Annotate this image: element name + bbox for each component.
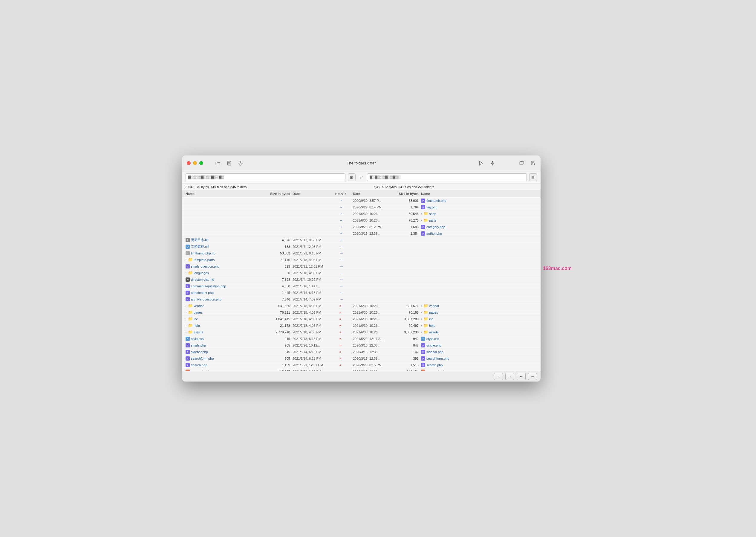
close-button[interactable] bbox=[187, 161, 191, 165]
left-file-size: 1,159 bbox=[263, 363, 290, 367]
table-row[interactable]: ›📁template-parts 71,145 2021/7/18, 4:05 … bbox=[182, 257, 541, 263]
approx-equal-button[interactable]: ≈ bbox=[494, 373, 503, 380]
left-path-input[interactable] bbox=[186, 173, 345, 181]
table-row[interactable]: ·→· 2020/3/15, 12:38... 1,354 pauthor.ph… bbox=[182, 230, 541, 237]
maximize-button[interactable] bbox=[199, 161, 203, 165]
table-row[interactable]: ›📁help 21,178 2021/7/18, 4:05 PM ≠· 2021… bbox=[182, 322, 541, 329]
left-file-date: 2021/5/21, 8:13 PM bbox=[290, 251, 329, 255]
right-arrow-button[interactable]: → bbox=[528, 373, 537, 380]
diff-indicator: ·→· bbox=[329, 225, 353, 229]
table-row[interactable]: psingle-question.php 893 2021/5/21, 12:0… bbox=[182, 263, 541, 270]
right-file-size: 3,307,280 bbox=[392, 317, 419, 321]
left-file-name: ›📁assets bbox=[186, 330, 263, 334]
left-file-name: ›📁template-parts bbox=[186, 258, 263, 262]
right-file-date: 2021/6/30, 10:26... bbox=[353, 317, 392, 321]
left-file-size: 4,050 bbox=[263, 284, 290, 288]
open-folder-icon[interactable] bbox=[215, 161, 220, 166]
table-row[interactable]: ›📁pages 76,221 2021/7/18, 4:05 PM ≠· 202… bbox=[182, 309, 541, 316]
left-file-date: 2021/7/14, 7:59 PM bbox=[290, 298, 329, 301]
col-header-size-right: Size in bytes bbox=[392, 192, 419, 195]
right-file-date: 2021/6/30, 10:26... bbox=[353, 212, 392, 216]
toolbar-right-icons bbox=[478, 161, 536, 166]
new-window-icon[interactable] bbox=[519, 161, 524, 166]
right-file-name: ›📁pages bbox=[419, 310, 537, 314]
table-row[interactable]: t更新日志.txt 4,076 2021/7/17, 3:50 PM ·← bbox=[182, 237, 541, 243]
table-row[interactable]: parchive-question.php 7,046 2021/7/14, 7… bbox=[182, 296, 541, 303]
left-file-name: ›📁pages bbox=[186, 310, 263, 314]
right-file-name: ›📁parts bbox=[419, 218, 537, 223]
right-file-name: ptag.php bbox=[419, 205, 537, 209]
toolbar-left-icons bbox=[215, 161, 243, 166]
table-row[interactable]: ·→· 2020/9/29, 8:12 PM 1,686 pcategory.p… bbox=[182, 224, 541, 230]
right-file-date: 2020/9/29, 8:12 PM bbox=[353, 225, 392, 229]
swap-button[interactable]: ⇄ bbox=[358, 174, 364, 181]
right-file-name: psearch.php bbox=[419, 363, 537, 367]
table-row[interactable]: ›📁vendor 641,356 2021/7/18, 4:05 PM ≠· 2… bbox=[182, 303, 541, 309]
left-file-size: 0 bbox=[263, 271, 290, 275]
right-file-size: 942 bbox=[392, 337, 419, 341]
left-file-size: 4,076 bbox=[263, 238, 290, 242]
window-title: The folders differ bbox=[347, 161, 376, 165]
table-row[interactable]: psearchform.php 505 2021/5/14, 6:18 PM ≠… bbox=[182, 355, 541, 362]
table-row[interactable]: psidebar.php 345 2021/5/14, 6:18 PM ≠· 2… bbox=[182, 349, 541, 355]
table-row[interactable]: psingle.php 905 2021/5/26, 10:12... ≠· 2… bbox=[182, 342, 541, 349]
col-header-name-right: Name bbox=[419, 192, 537, 195]
left-file-date: 2021/5/21, 12:01 PM bbox=[290, 363, 329, 367]
right-file-size: 20,497 bbox=[392, 324, 419, 327]
svg-point-4 bbox=[240, 162, 242, 164]
right-file-date: 2020/3/15, 12:38... bbox=[353, 357, 392, 360]
table-row[interactable]: @文档教程.url 138 2021/6/7, 12:03 PM ·← bbox=[182, 243, 541, 250]
left-stats: 5,647,979 bytes, 519 files and 245 folde… bbox=[186, 185, 349, 189]
table-row[interactable]: pattachment.php 1,445 2021/5/14, 6:18 PM… bbox=[182, 289, 541, 296]
table-row[interactable]: ›📁languages 0 2021/7/18, 4:05 PM ·← bbox=[182, 270, 541, 276]
titlebar: The folders differ bbox=[182, 155, 541, 171]
diff-indicator: ≠· bbox=[329, 330, 353, 334]
table-row[interactable]: ·→· 2021/6/30, 10:26... 75,276 ›📁parts bbox=[182, 217, 541, 224]
left-arrow-button[interactable]: ← bbox=[517, 373, 526, 380]
right-file-name: cstyle.css bbox=[419, 337, 537, 341]
left-file-size: 21,178 bbox=[263, 324, 290, 327]
table-row[interactable]: ·→· 2020/9/30, 8:57 P... 53,001 ptimthum… bbox=[182, 197, 541, 204]
document-icon[interactable] bbox=[226, 161, 232, 166]
table-row[interactable]: ntimthumb.php.no 53,003 2021/5/21, 8:13 … bbox=[182, 250, 541, 257]
table-row[interactable]: ›📁assets 2,779,210 2021/7/18, 4:05 PM ≠·… bbox=[182, 329, 541, 336]
table-row[interactable]: psearch.php 1,159 2021/5/21, 12:01 PM ≠·… bbox=[182, 362, 541, 368]
left-file-name: @文档教程.url bbox=[186, 244, 263, 249]
table-row[interactable]: ·→· 2021/6/30, 10:26... 30,546 ›📁shop bbox=[182, 211, 541, 217]
right-file-size: 1,513 bbox=[392, 363, 419, 367]
diff-indicator: ·← bbox=[329, 258, 353, 262]
table-row[interactable]: ·→· 2020/9/29, 8:14 PM 1,764 ptag.php bbox=[182, 204, 541, 211]
left-file-name: parchive-question.php bbox=[186, 297, 263, 301]
diff-indicator: ·→· bbox=[329, 211, 353, 216]
left-file-name: t更新日志.txt bbox=[186, 238, 263, 242]
left-browse-button[interactable]: ⊞ bbox=[348, 173, 356, 181]
minimize-button[interactable] bbox=[193, 161, 197, 165]
tilde-button[interactable]: ≈ bbox=[505, 373, 514, 380]
table-row[interactable]: cstyle.css 919 2021/7/13, 6:18 PM ≠· 202… bbox=[182, 336, 541, 342]
right-file-size: 53,001 bbox=[392, 199, 419, 202]
column-headers: Name Size in bytes Date >=< ▼ Date Size … bbox=[182, 190, 541, 197]
right-file-date: 2020/3/15, 12:38... bbox=[353, 370, 392, 371]
left-file-date: 2021/5/29, 9:32 PM bbox=[290, 370, 329, 371]
left-file-name: jscreenshot.jpg bbox=[186, 370, 263, 371]
table-row[interactable]: mdirectoryList.md 7,898 2021/6/4, 10:29 … bbox=[182, 276, 541, 283]
gear-icon[interactable] bbox=[238, 161, 243, 166]
diff-indicator: ·→· bbox=[329, 231, 353, 236]
right-path-input[interactable] bbox=[367, 173, 527, 181]
right-browse-button[interactable]: ⊞ bbox=[529, 173, 537, 181]
left-file-name: ›📁languages bbox=[186, 271, 263, 275]
table-row[interactable]: pcomments-question.php 4,050 2021/5/16, … bbox=[182, 283, 541, 289]
table-row[interactable]: ›📁inc 1,841,415 2021/7/18, 4:05 PM ≠· 20… bbox=[182, 316, 541, 322]
left-file-name: pattachment.php bbox=[186, 291, 263, 295]
right-file-date: 2021/6/30, 10:26... bbox=[353, 310, 392, 314]
diff-indicator: ≠· bbox=[329, 324, 353, 327]
play-icon[interactable] bbox=[478, 161, 484, 166]
table-row[interactable]: jscreenshot.jpg 115,307 2021/5/29, 9:32 … bbox=[182, 368, 541, 371]
right-file-size: 30,546 bbox=[392, 212, 419, 216]
right-file-name: ›📁assets bbox=[419, 330, 537, 334]
right-file-name: psingle.php bbox=[419, 343, 537, 348]
traffic-lights bbox=[187, 161, 203, 165]
left-file-date: 2021/5/26, 10:12... bbox=[290, 344, 329, 347]
script-icon[interactable] bbox=[530, 161, 536, 166]
lightning-icon[interactable] bbox=[490, 161, 495, 166]
